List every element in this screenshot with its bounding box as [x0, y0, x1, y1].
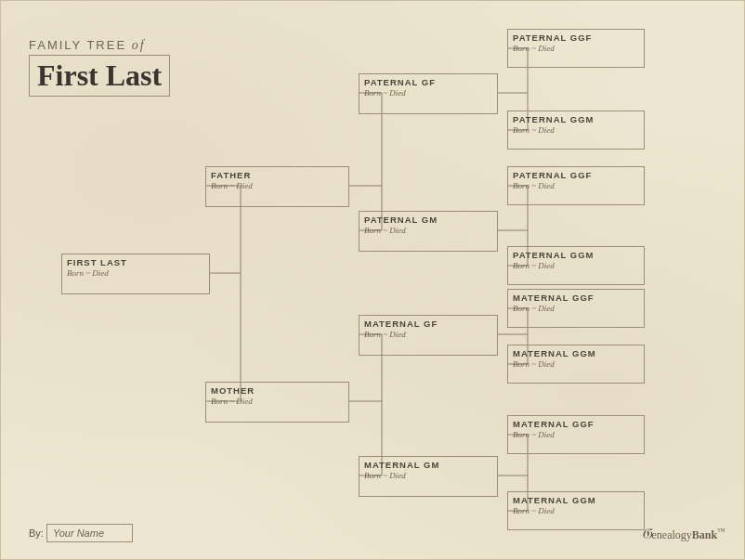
person-paternal-ggf2-name: PATERNAL GGF: [508, 167, 644, 181]
person-paternal-ggf1-dates: Born ~ Died: [508, 44, 644, 56]
person-maternal-ggf2-name: MATERNAL GGF: [508, 416, 644, 430]
person-maternal-ggf2-dates: Born ~ Died: [508, 430, 644, 442]
person-self[interactable]: FIRST LAST Born ~ Died: [61, 254, 210, 294]
page: FAMILY TREE of First Last: [0, 0, 745, 560]
person-maternal-ggm1-dates: Born ~ Died: [508, 359, 644, 371]
person-paternal-ggf1-name: PATERNAL GGF: [508, 30, 644, 44]
person-mother-name: MOTHER: [206, 383, 348, 397]
person-father[interactable]: FATHER Born ~ Died: [205, 166, 349, 207]
person-paternal-ggm1-dates: Born ~ Died: [508, 125, 644, 137]
person-maternal-ggf1-name: MATERNAL GGF: [508, 290, 644, 304]
person-maternal-ggm2-dates: Born ~ Died: [508, 506, 644, 518]
person-maternal-ggm2-name: MATERNAL GGM: [508, 492, 644, 506]
person-paternal-gm-dates: Born ~ Died: [359, 226, 497, 238]
person-paternal-ggf1[interactable]: PATERNAL GGF Born ~ Died: [507, 29, 645, 68]
person-paternal-ggm2[interactable]: PATERNAL GGM Born ~ Died: [507, 246, 645, 285]
title-family-tree-label: FAMILY TREE of: [29, 38, 170, 53]
person-maternal-gf[interactable]: MATERNAL GF Born ~ Died: [359, 315, 498, 356]
person-paternal-ggf2[interactable]: PATERNAL GGF Born ~ Died: [507, 166, 645, 205]
person-maternal-ggm2[interactable]: MATERNAL GGM Born ~ Died: [507, 491, 645, 530]
person-mother-dates: Born ~ Died: [206, 397, 348, 409]
person-maternal-gm-name: MATERNAL GM: [359, 457, 497, 471]
by-name: Your Name: [53, 527, 104, 539]
logo-suffix: ™: [717, 527, 725, 536]
logo-text: enealogy: [652, 528, 692, 541]
person-maternal-gm-dates: Born ~ Died: [359, 471, 497, 483]
person-paternal-ggm2-name: PATERNAL GGM: [508, 247, 644, 261]
person-mother[interactable]: MOTHER Born ~ Died: [205, 382, 349, 423]
person-father-dates: Born ~ Died: [206, 181, 348, 193]
title-area: FAMILY TREE of First Last: [29, 38, 170, 97]
person-paternal-gm[interactable]: PATERNAL GM Born ~ Died: [359, 211, 498, 252]
of-text: of: [132, 38, 146, 52]
person-maternal-ggm1[interactable]: MATERNAL GGM Born ~ Died: [507, 345, 645, 384]
person-paternal-gm-name: PATERNAL GM: [359, 212, 497, 226]
by-line: By: Your Name: [29, 524, 133, 542]
genealogy-bank-logo: 𝔊enealogyBank™: [641, 526, 726, 542]
family-tree-text: FAMILY TREE: [29, 38, 126, 52]
person-maternal-ggf1[interactable]: MATERNAL GGF Born ~ Died: [507, 289, 645, 328]
person-maternal-gf-name: MATERNAL GF: [359, 316, 497, 330]
person-father-name: FATHER: [206, 167, 348, 181]
by-name-box[interactable]: Your Name: [46, 524, 133, 542]
title-name: First Last: [37, 59, 162, 92]
person-paternal-ggm1-name: PATERNAL GGM: [508, 111, 644, 125]
person-paternal-gf-name: PATERNAL GF: [359, 74, 497, 88]
title-name-box: First Last: [29, 55, 170, 97]
by-label: By:: [29, 527, 44, 539]
person-paternal-gf[interactable]: PATERNAL GF Born ~ Died: [359, 73, 498, 114]
person-paternal-ggf2-dates: Born ~ Died: [508, 181, 644, 193]
person-maternal-ggf2[interactable]: MATERNAL GGF Born ~ Died: [507, 415, 645, 454]
person-maternal-ggm1-name: MATERNAL GGM: [508, 345, 644, 359]
person-self-name: FIRST LAST: [62, 254, 209, 268]
person-paternal-ggm2-dates: Born ~ Died: [508, 261, 644, 273]
logo-bank: Bank: [692, 528, 717, 541]
person-maternal-ggf1-dates: Born ~ Died: [508, 304, 644, 316]
person-maternal-gf-dates: Born ~ Died: [359, 330, 497, 342]
person-maternal-gm[interactable]: MATERNAL GM Born ~ Died: [359, 456, 498, 497]
person-paternal-gf-dates: Born ~ Died: [359, 88, 497, 100]
person-self-dates: Born ~ Died: [62, 268, 209, 280]
person-paternal-ggm1[interactable]: PATERNAL GGM Born ~ Died: [507, 111, 645, 150]
